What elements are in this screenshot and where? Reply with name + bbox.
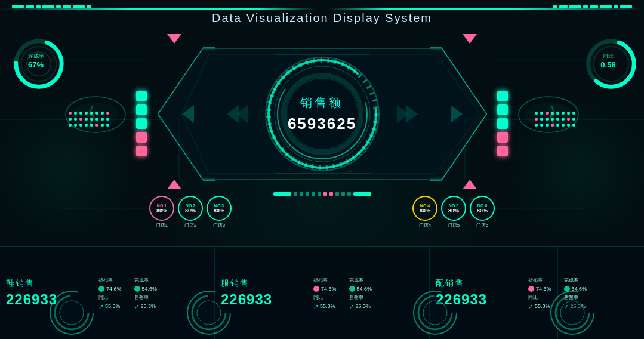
right-glow-bars (497, 91, 508, 156)
page-title: Data Visualization Display System (200, 11, 444, 25)
top-right-dots (553, 5, 632, 8)
clothes-discount-label: 折扣率 (313, 277, 337, 283)
top-dot (26, 5, 34, 8)
center-main-label: 销售额 (288, 95, 356, 111)
completion-rate-2-label: 完成率 (349, 277, 423, 283)
circle-content: 销售额 6593625 (288, 95, 356, 133)
top-right-arrow (463, 34, 477, 44)
top-dot (569, 5, 581, 8)
top-dot (87, 5, 91, 8)
shoes-title: 鞋销售 (6, 278, 98, 289)
top-dot (12, 5, 24, 8)
clothes-trend-label: 同比 (313, 294, 337, 301)
accessories-discount-value: 74.6% (528, 286, 551, 292)
top-bar-line (0, 8, 644, 10)
rank-no-5: NO.5 (449, 204, 458, 208)
bottom-left-circle (48, 289, 95, 339)
rank-pct-1: 80% (156, 208, 167, 214)
rank-item-5: NO.5 80% 门店5 (441, 196, 466, 229)
top-right-gauge: 同比 0.58 (584, 34, 632, 85)
main-circle: 销售额 6593625 (263, 54, 382, 174)
top-bar: Data Visualization Display System (0, 0, 644, 31)
top-dot (56, 5, 61, 8)
hex-display: 销售额 6593625 (155, 45, 489, 183)
svg-point-58 (423, 301, 447, 325)
top-dot (36, 5, 41, 8)
sales-block-clothes: 服销售 226933 折扣率 74.6% 同比 ↗ 55.3% (215, 247, 343, 339)
left-store-ranks: NO.1 80% 门店1 NO.2 80% 门店2 NO.3 80% 门店3 (149, 196, 232, 229)
top-dot (553, 5, 557, 8)
rank-no-2: NO.2 (186, 204, 195, 208)
right-h-dots (535, 112, 575, 127)
rank-pct-5: 80% (448, 208, 459, 214)
completion-rate-1-label: 完成率 (134, 277, 208, 283)
rank-name-4: 门店4 (419, 222, 431, 229)
completion-rate-3-label: 完成率 (564, 277, 638, 283)
accessories-title: 配销售 (436, 278, 528, 289)
rank-item-6: NO.6 80% 门店6 (470, 196, 495, 229)
top-dot (600, 5, 612, 8)
clothes-value: 226933 (221, 291, 313, 308)
bottom-right-circle (549, 289, 596, 339)
top-dot (559, 5, 568, 8)
accessories-trend-value: ↗ 55.3% (528, 303, 551, 310)
rank-no-1: NO.1 (157, 204, 167, 208)
rank-pct-4: 80% (420, 208, 430, 214)
top-dot (42, 5, 54, 8)
top-dot (620, 5, 632, 8)
clothes-trend-value: ↗ 55.3% (313, 303, 337, 310)
rank-pct-2: 80% (185, 208, 196, 214)
clothes-title: 服销售 (221, 278, 313, 289)
left-glow-bars (136, 91, 147, 156)
accessories-discount-bullet (528, 286, 534, 292)
rank-name-5: 门店5 (448, 222, 460, 229)
top-dot (73, 5, 85, 8)
completion-bullet-2 (349, 286, 355, 292)
shoes-trend-label: 同比 (98, 294, 122, 301)
svg-point-52 (60, 301, 84, 325)
top-left-arrow (167, 34, 181, 44)
clothes-discount-bullet (313, 286, 319, 292)
rank-item-4: NO.4 80% 门店4 (412, 196, 437, 229)
shoes-trend-value: ↗ 55.3% (98, 303, 122, 310)
rank-no-3: NO.3 (214, 204, 224, 208)
rank-name-3: 门店3 (213, 222, 225, 229)
clothes-discount-value: 74.6% (313, 286, 337, 292)
rank-name-2: 门店2 (184, 222, 196, 229)
center-main-value: 6593625 (288, 115, 356, 133)
top-dot (614, 5, 618, 8)
top-dot (583, 5, 588, 8)
top-dot (590, 5, 598, 8)
rank-pct-3: 80% (214, 208, 224, 214)
discount-bullet (98, 286, 104, 292)
progress-track (273, 192, 371, 196)
top-arrows (149, 34, 495, 44)
rank-no-4: NO.4 (420, 204, 430, 208)
bottom-section: 鞋销售 226933 折扣率 74.6% 同比 ↗ 55.3% 完成率 (0, 246, 644, 339)
top-left-gauge-label: 完成率 (28, 53, 44, 60)
top-right-gauge-label: 同比 (600, 53, 615, 60)
rank-item-2: NO.2 80% 门店2 (178, 196, 203, 229)
rank-item-1: NO.1 80% 门店1 (149, 196, 174, 229)
shoes-discount-rate: 折扣率 (98, 277, 122, 283)
top-left-gauge: 完成率 67% (12, 34, 60, 85)
bottom-center-right-circle (411, 289, 459, 339)
top-left-dots (12, 5, 91, 8)
rank-name-1: 门店1 (156, 222, 168, 229)
accessories-trend-label: 同比 (528, 294, 551, 301)
center-frame: 销售额 6593625 (149, 31, 495, 246)
accessories-discount-label: 折扣率 (528, 277, 551, 283)
svg-point-61 (560, 301, 584, 325)
right-store-ranks: NO.4 80% 门店4 NO.5 80% 门店5 NO.6 80% 门店6 (412, 196, 495, 229)
left-h-dots (69, 112, 109, 127)
top-right-gauge-value: 0.58 (600, 60, 615, 69)
top-left-gauge-value: 67% (28, 60, 44, 69)
rank-pct-6: 80% (477, 208, 488, 214)
shoes-discount-value: 74.6% (98, 286, 122, 292)
rank-name-6: 门店6 (476, 222, 488, 229)
rank-no-6: NO.6 (477, 204, 487, 208)
rank-item-3: NO.3 80% 门店3 (207, 196, 232, 229)
completion-bullet-1 (134, 286, 140, 292)
svg-point-55 (197, 301, 221, 325)
main-content: 完成率 67% 同比 0.58 (0, 31, 644, 246)
